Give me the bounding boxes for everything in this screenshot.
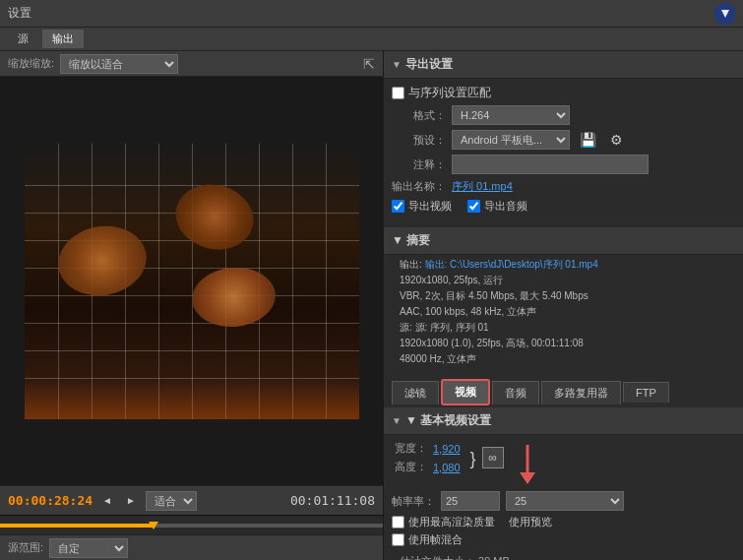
use-blend-label: 使用帧混合 [408, 532, 463, 547]
prev-frame-button[interactable]: ◄ [98, 493, 116, 508]
comment-input[interactable] [452, 155, 649, 174]
file-size-value: 39 MB [478, 555, 510, 560]
summary-source-label: 源: 源: 序列, 序列 01 [400, 320, 735, 336]
summary-line3: AAC, 100 kbps, 48 kHz, 立体声 [400, 304, 735, 320]
height-label: 高度： [392, 460, 427, 474]
app-logo [706, 2, 735, 26]
output-name-row: 输出名称： 序列 01.mp4 [392, 179, 735, 194]
summary-line2: VBR, 2次, 目标 4.50 Mbps, 最大 5.40 Mbps [400, 288, 735, 304]
export-video-label: 导出视频 [408, 199, 452, 214]
preset-settings-button[interactable]: ⚙ [606, 130, 627, 150]
video-settings-title: ▼ 基本视频设置 [405, 412, 491, 429]
grill-background [25, 144, 359, 419]
video-settings-header: ▼ ▼ 基本视频设置 [384, 407, 743, 435]
source-range-row: 源范围: 自定 整个剪辑 [0, 534, 383, 560]
export-audio-label: 导出音频 [484, 199, 527, 214]
scrubber-track [0, 524, 383, 528]
fps-row: 帧率率： 25 [392, 491, 735, 511]
format-select[interactable]: H.264 [452, 105, 570, 125]
video-preview [0, 77, 383, 485]
scale-select[interactable]: 缩放以适合 100% 50% [60, 54, 178, 74]
tab-filter[interactable]: 滤镜 [392, 381, 439, 404]
fps-input[interactable] [441, 491, 500, 511]
summary-title: ▼ 摘要 [392, 232, 430, 249]
bracket-icon: } [470, 450, 476, 467]
expand-button[interactable]: ⇱ [363, 56, 375, 72]
preset-select[interactable]: Android 平板电... [452, 130, 570, 150]
match-sequence-checkbox[interactable] [392, 87, 404, 99]
fit-select[interactable]: 适合 [146, 491, 197, 511]
timeline-controls: 00:00:28:24 ◄ ► 适合 00:01:11:08 [0, 485, 383, 515]
summary-output-path: 输出: C:\Users\dJ\Desktop\序列 01.mp4 [425, 259, 598, 270]
fps-label: 帧率率： [392, 494, 435, 509]
use-blend-checkbox[interactable] [392, 533, 404, 546]
summary-content: 输出: 输出: C:\Users\dJ\Desktop\序列 01.mp4 19… [384, 255, 743, 373]
match-sequence-label: 与序列设置匹配 [408, 85, 491, 101]
fps-select[interactable]: 25 [506, 491, 624, 511]
scrubber-handle[interactable] [149, 522, 158, 529]
main-container: 缩放缩放: 缩放以适合 100% 50% ⇱ [0, 51, 743, 560]
comment-label: 注释： [392, 157, 446, 172]
height-value[interactable]: 1,080 [433, 462, 461, 473]
height-row: 高度： 1,080 [392, 460, 461, 474]
output-name-value[interactable]: 序列 01.mp4 [452, 179, 513, 194]
width-row: 宽度： 1,920 [392, 441, 461, 456]
right-panel-inner: ▼ 导出设置 与序列设置匹配 格式： H.264 [384, 51, 743, 560]
settings-grid: 与序列设置匹配 格式： H.264 预设： Android 平板电... 💾 [384, 79, 743, 227]
dimension-inputs: 宽度： 1,920 高度： 1,080 [392, 441, 461, 478]
svg-marker-2 [520, 472, 535, 484]
width-value[interactable]: 1,920 [433, 443, 461, 455]
summary-header: ▼ 摘要 [384, 227, 743, 255]
scale-label: 缩放缩放: [8, 56, 54, 71]
scale-row: 缩放缩放: 缩放以适合 100% 50% ⇱ [0, 51, 383, 77]
export-checkboxes-row: 导出视频 导出音频 [392, 199, 735, 217]
comment-row: 注释： [392, 155, 735, 174]
current-time: 00:00:28:24 [8, 493, 93, 508]
preset-row: 预设： Android 平板电... 💾 ⚙ [392, 130, 735, 150]
format-label: 格式： [392, 108, 446, 123]
tab-video[interactable]: 视频 [441, 379, 490, 405]
video-canvas [25, 144, 359, 419]
render-quality-row: 使用最高渲染质量 使用预览 [392, 515, 735, 529]
summary-output-label: 输出: 输出: C:\Users\dJ\Desktop\序列 01.mp4 [400, 257, 735, 273]
preset-label: 预设： [392, 133, 446, 148]
export-video-checkbox[interactable] [392, 200, 404, 213]
use-preview-label: 使用预览 [509, 515, 552, 529]
next-frame-button[interactable]: ► [122, 493, 140, 508]
width-label: 宽度： [392, 441, 427, 456]
tab-output[interactable]: 输出 [42, 30, 84, 48]
dimensions-group: 宽度： 1,920 高度： 1,080 } ∞ [392, 441, 735, 487]
tab-multiplexer[interactable]: 多路复用器 [541, 381, 621, 404]
tab-source[interactable]: 源 [8, 30, 38, 48]
export-settings-title: 导出设置 [405, 56, 453, 73]
export-audio-checkbox[interactable] [467, 200, 480, 213]
timeline-scrubber[interactable] [0, 515, 383, 534]
file-size-row: 估计文件大小： 39 MB [392, 550, 735, 560]
source-range-select[interactable]: 自定 整个剪辑 [49, 538, 128, 558]
preset-save-button[interactable]: 💾 [576, 130, 600, 150]
video-settings-arrow: ▼ [392, 415, 402, 426]
output-name-label: 输出名称： [392, 179, 446, 194]
total-time: 00:01:11:08 [290, 493, 375, 508]
window-title: 设置 [8, 5, 31, 22]
source-range-label: 源范围: [8, 540, 43, 555]
summary-source-value: 源: 序列, 序列 01 [415, 322, 489, 333]
render-quality-checkbox[interactable] [392, 516, 404, 529]
render-quality-label: 使用最高渲染质量 [408, 515, 495, 529]
link-constraint-icon[interactable]: ∞ [482, 447, 504, 468]
summary-line1: 1920x1080, 25fps, 运行 [400, 273, 735, 288]
summary-source3: 48000 Hz, 立体声 [400, 351, 735, 367]
export-audio-item: 导出音频 [467, 199, 527, 214]
file-size-label: 估计文件大小： [400, 555, 475, 560]
format-row: 格式： H.264 [392, 105, 735, 125]
tab-ftp[interactable]: FTP [623, 382, 669, 403]
export-settings-arrow: ▼ [392, 59, 402, 70]
arrow-down-red [518, 445, 537, 487]
tab-audio[interactable]: 音频 [492, 381, 539, 404]
export-video-item: 导出视频 [392, 199, 452, 214]
top-bar: 设置 [0, 0, 743, 28]
use-blend-row: 使用帧混合 [392, 532, 735, 547]
right-tabs: 滤镜 视频 音频 多路复用器 FTP [384, 373, 743, 405]
right-panel: ▼ 导出设置 与序列设置匹配 格式： H.264 [384, 51, 743, 560]
export-settings-header: ▼ 导出设置 [384, 51, 743, 79]
